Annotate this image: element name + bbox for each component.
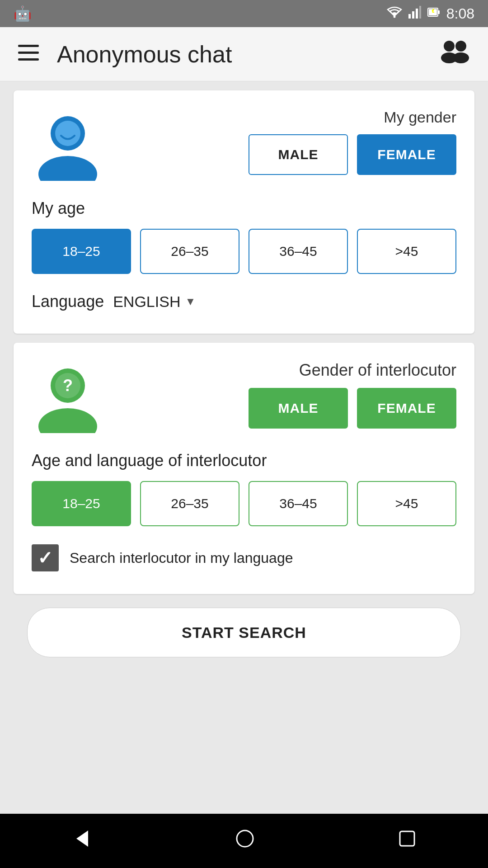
my-profile-card: My gender MALE FEMALE My age 18–25 26–35… <box>14 90 474 334</box>
my-age-label: My age <box>32 199 456 218</box>
interlocutor-age-buttons: 18–25 26–35 36–45 >45 <box>32 481 456 526</box>
my-male-button[interactable]: MALE <box>249 134 348 175</box>
svg-rect-2 <box>412 11 414 19</box>
svg-point-20 <box>55 121 80 146</box>
svg-rect-4 <box>419 6 421 19</box>
start-search-button[interactable]: START SEARCH <box>27 608 461 657</box>
app-title: Anonymous chat <box>57 41 439 68</box>
home-icon[interactable] <box>235 829 255 853</box>
svg-rect-1 <box>408 14 411 19</box>
dropdown-arrow-icon: ▼ <box>185 295 196 308</box>
svg-rect-27 <box>400 831 414 846</box>
battery-icon <box>427 6 440 22</box>
language-section: Language ENGLISH ▼ <box>32 292 456 311</box>
svg-point-26 <box>237 830 253 847</box>
svg-rect-12 <box>18 52 39 54</box>
my-age-18-25[interactable]: 18–25 <box>32 229 131 274</box>
nav-bar <box>0 814 488 868</box>
svg-point-22 <box>38 408 97 433</box>
language-checkbox-label: Search interlocutor in my language <box>70 550 293 566</box>
svg-rect-3 <box>416 9 418 19</box>
svg-point-14 <box>444 41 455 52</box>
my-age-36-45[interactable]: 36–45 <box>249 229 348 274</box>
checkbox-check-icon: ✓ <box>38 547 53 568</box>
svg-point-19 <box>38 156 97 181</box>
interlocutor-avatar-row: ? Gender of interlocutor MALE FEMALE <box>32 361 456 433</box>
svg-point-0 <box>393 15 395 18</box>
interlocutor-age-section: Age and language of interlocutor 18–25 2… <box>32 451 456 526</box>
my-age-buttons: 18–25 26–35 36–45 >45 <box>32 229 456 274</box>
svg-rect-6 <box>438 10 440 14</box>
language-label: Language <box>32 292 104 311</box>
language-value: ENGLISH <box>113 293 180 311</box>
avatar-row: My gender MALE FEMALE <box>32 108 456 181</box>
status-icons: 8:08 <box>387 5 474 22</box>
svg-rect-11 <box>18 45 39 47</box>
my-avatar <box>32 108 104 181</box>
svg-point-16 <box>455 41 466 52</box>
svg-text:?: ? <box>63 376 73 395</box>
my-age-26-35[interactable]: 26–35 <box>140 229 239 274</box>
interlocutor-age-label: Age and language of interlocutor <box>32 451 456 470</box>
interlocutor-avatar: ? <box>32 361 104 433</box>
status-bar: 🤖 <box>0 0 488 27</box>
interlocutor-gender-label: Gender of interlocutor <box>299 361 456 380</box>
interlocutor-age-18-25[interactable]: 18–25 <box>32 481 131 526</box>
status-time: 8:08 <box>446 5 474 22</box>
language-checkbox-row: ✓ Search interlocutor in my language <box>32 544 456 571</box>
interlocutor-gender-section: Gender of interlocutor MALE FEMALE <box>117 361 456 429</box>
svg-marker-25 <box>76 830 88 847</box>
gender-label: My gender <box>384 108 456 126</box>
main-content: My gender MALE FEMALE My age 18–25 26–35… <box>0 81 488 814</box>
recent-icon[interactable] <box>398 830 416 852</box>
back-icon[interactable] <box>72 829 92 853</box>
interlocutor-male-button[interactable]: MALE <box>249 388 348 429</box>
my-female-button[interactable]: FEMALE <box>357 134 456 175</box>
menu-icon[interactable] <box>18 44 39 64</box>
signal-icon <box>408 6 421 22</box>
language-select[interactable]: ENGLISH ▼ <box>113 293 196 311</box>
my-gender-buttons: MALE FEMALE <box>249 134 456 175</box>
interlocutor-female-button[interactable]: FEMALE <box>357 388 456 429</box>
language-checkbox[interactable]: ✓ <box>32 544 59 571</box>
my-age-section: My age 18–25 26–35 36–45 >45 <box>32 199 456 274</box>
wifi-icon <box>387 6 402 22</box>
svg-rect-13 <box>18 58 39 61</box>
gender-section: My gender MALE FEMALE <box>117 108 456 175</box>
people-icon[interactable] <box>439 40 470 68</box>
interlocutor-age-36-45[interactable]: 36–45 <box>249 481 348 526</box>
interlocutor-age-26-35[interactable]: 26–35 <box>140 481 239 526</box>
my-age-45plus[interactable]: >45 <box>357 229 456 274</box>
interlocutor-age-45plus[interactable]: >45 <box>357 481 456 526</box>
svg-point-17 <box>453 52 469 63</box>
app-bar: Anonymous chat <box>0 27 488 81</box>
interlocutor-card: ? Gender of interlocutor MALE FEMALE Age… <box>14 343 474 594</box>
robot-icon: 🤖 <box>14 5 32 22</box>
interlocutor-gender-buttons: MALE FEMALE <box>249 388 456 429</box>
